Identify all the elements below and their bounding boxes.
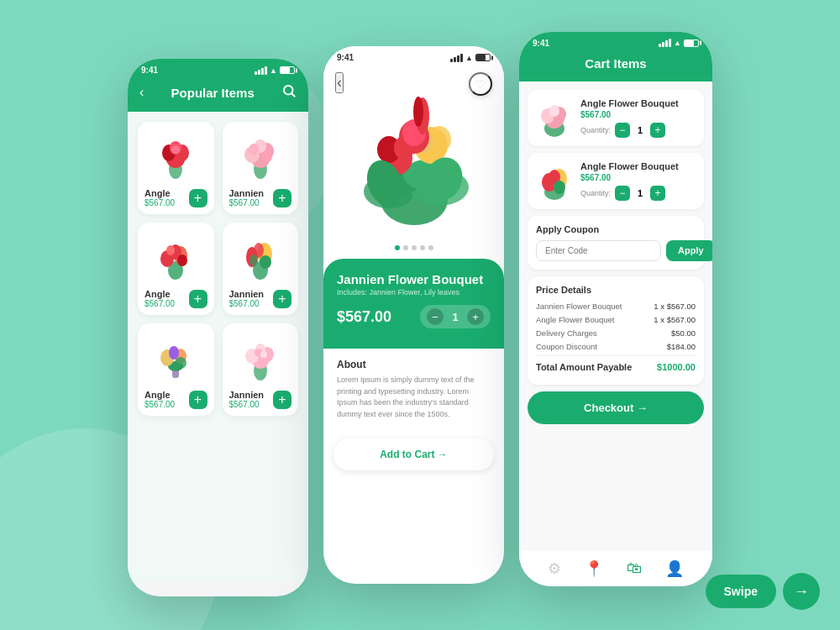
wifi-icon-3: ▲ (674, 39, 681, 47)
search-button-1[interactable] (281, 83, 297, 102)
nav-settings-icon[interactable]: ⚙ (548, 559, 561, 578)
cart-item-qty-row-1: Quantity: − 1 + (580, 123, 696, 138)
back-button-2[interactable]: ‹ (335, 72, 344, 93)
add-button-4[interactable]: + (273, 290, 291, 308)
battery-icon-1 (280, 66, 295, 74)
popular-items-title: Popular Items (171, 86, 255, 100)
cart-decrease-qty-2[interactable]: − (615, 186, 630, 201)
price-value-4: $184.00 (667, 342, 696, 351)
cart-item-qty-row-2: Quantity: − 1 + (580, 186, 696, 201)
nav-profile-icon[interactable]: 👤 (665, 559, 684, 578)
product-card-3: Angle $567.00 + (138, 223, 214, 315)
svg-point-19 (166, 245, 175, 255)
cart-item-2: Angle Flower Bouquet $567.00 Quantity: −… (528, 153, 704, 209)
back-button-1[interactable]: ‹ (139, 85, 144, 100)
add-to-cart-button[interactable]: Add to Cart → (333, 438, 494, 470)
svg-line-1 (291, 93, 294, 96)
nav-location-icon[interactable]: 📍 (585, 559, 603, 578)
popular-items-grid: Angle $567.00 + (128, 112, 308, 582)
product-price-4: $567.00 (229, 299, 265, 308)
nav-cart-icon[interactable]: 🛍 (627, 559, 642, 577)
product-image-6 (233, 330, 287, 385)
increase-qty-button[interactable]: + (467, 308, 484, 325)
price-value-3: $50.00 (671, 328, 696, 338)
status-time-2: 9:41 (337, 53, 354, 62)
product-image-4 (233, 229, 287, 284)
product-card-1: Angle $567.00 + (138, 122, 214, 214)
dot-4 (420, 245, 425, 250)
svg-point-54 (413, 97, 423, 127)
cart-increase-qty-1[interactable]: + (650, 123, 665, 138)
product-price-6: $567.00 (229, 400, 265, 409)
battery-icon-3 (684, 39, 699, 47)
product-flower-svg (339, 82, 490, 242)
status-time-3: 9:41 (533, 39, 549, 48)
cart-item-1: Angle Flower Bouquet $567.00 Quantity: −… (528, 90, 704, 146)
svg-point-39 (260, 351, 267, 358)
swipe-area: Swipe → (706, 573, 820, 610)
status-icons-1: ▲ (255, 66, 295, 75)
add-button-3[interactable]: + (189, 290, 207, 308)
status-bar-2: 9:41 ▲ (323, 46, 504, 66)
dot-1 (395, 245, 400, 250)
status-bar-3: 9:41 ▲ (519, 32, 712, 51)
swipe-button[interactable]: Swipe (706, 575, 776, 608)
svg-point-14 (262, 150, 272, 162)
dot-2 (403, 245, 408, 250)
battery-icon-2 (475, 54, 491, 61)
swipe-arrow-button[interactable]: → (783, 573, 820, 610)
cart-item-price-1: $567.00 (580, 110, 696, 119)
qty-label-1: Quantity: (580, 126, 611, 134)
cart-content: Angle Flower Bouquet $567.00 Quantity: −… (519, 81, 712, 552)
decrease-qty-button[interactable]: − (427, 308, 444, 325)
product-card-5: Angle $567.00 + (138, 323, 214, 416)
add-button-2[interactable]: + (273, 189, 291, 207)
svg-point-32 (175, 357, 186, 369)
svg-point-26 (249, 255, 258, 266)
price-label-2: Angle Flower Bouquet (536, 315, 614, 324)
svg-point-31 (169, 346, 179, 360)
cart-item-name-1: Angle Flower Bouquet (580, 98, 696, 108)
svg-point-61 (549, 105, 559, 117)
detail-product-subtitle: Includes: Jannien Flower, Lily leaves (337, 288, 491, 297)
product-detail-image: ‹ ♡ (323, 66, 504, 259)
product-name-6: Jannien (229, 390, 265, 400)
coupon-row: Apply (536, 240, 696, 261)
price-details-title: Price Details (536, 285, 696, 295)
coupon-section: Apply Coupon Apply (528, 216, 704, 270)
coupon-apply-button[interactable]: Apply (666, 240, 712, 261)
dot-5 (428, 245, 433, 250)
cart-increase-qty-2[interactable]: + (650, 186, 665, 201)
product-card-6: Jannien $567.00 + (223, 323, 299, 416)
qty-label-2: Quantity: (580, 189, 611, 197)
product-name-4: Jannien (229, 289, 265, 299)
add-button-1[interactable]: + (189, 189, 207, 207)
cart-item-name-2: Angle Flower Bouquet (580, 161, 696, 171)
svg-point-20 (177, 255, 187, 266)
total-value: $1000.00 (657, 362, 696, 372)
product-detail-info: Jannien Flower Bouquet Includes: Jannien… (323, 259, 504, 349)
product-price-2: $567.00 (229, 198, 265, 207)
cart-decrease-qty-1[interactable]: − (615, 123, 630, 138)
bottom-nav: ⚙ 📍 🛍 👤 (519, 551, 712, 586)
status-icons-3: ▲ (659, 39, 699, 47)
product-name-5: Angle (144, 390, 175, 400)
image-dots (395, 245, 433, 250)
cart-item-info-2: Angle Flower Bouquet $567.00 Quantity: −… (580, 161, 696, 201)
price-label-3: Delivery Charges (536, 328, 597, 338)
favorite-button[interactable]: ♡ (469, 72, 492, 96)
product-name-2: Jannien (229, 188, 265, 198)
price-row-4: Coupon Discount $184.00 (536, 342, 696, 351)
svg-point-66 (554, 181, 565, 194)
add-button-5[interactable]: + (189, 391, 207, 409)
coupon-input[interactable] (536, 240, 661, 261)
detail-price: $567.00 (337, 308, 391, 326)
price-total-row: Total Amount Payable $1000.00 (536, 355, 696, 372)
cart-header: Cart Items (519, 51, 712, 81)
svg-point-13 (249, 144, 259, 155)
cart-title: Cart Items (585, 56, 646, 71)
svg-point-7 (171, 145, 180, 154)
checkout-button[interactable]: Checkout → (528, 391, 704, 424)
add-button-6[interactable]: + (273, 391, 291, 409)
cart-qty-val-1: 1 (634, 125, 646, 135)
